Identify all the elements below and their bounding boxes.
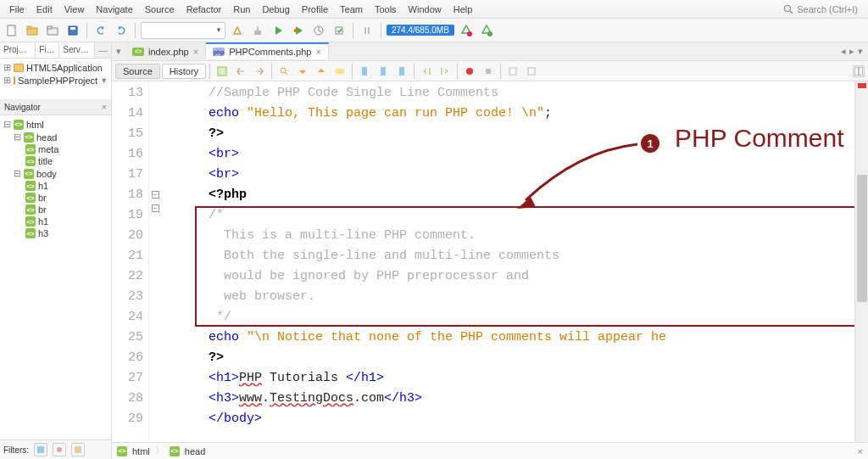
- shift-right-button[interactable]: [437, 63, 453, 80]
- tab-menu[interactable]: ▾: [858, 46, 863, 57]
- close-tab-button[interactable]: ×: [193, 47, 198, 57]
- gc-button-2[interactable]: [478, 22, 495, 39]
- next-bookmark-button[interactable]: [375, 63, 392, 80]
- close-tab-button[interactable]: ×: [315, 47, 320, 57]
- prev-bookmark-button[interactable]: [356, 63, 373, 80]
- debug-button[interactable]: [290, 22, 307, 39]
- split-editor-button[interactable]: [853, 65, 865, 77]
- menu-file[interactable]: File: [3, 3, 31, 16]
- tab-files[interactable]: Files: [36, 42, 59, 58]
- run-button[interactable]: [270, 22, 287, 39]
- macro-record-button[interactable]: [461, 63, 478, 80]
- find-prev-button[interactable]: [294, 63, 311, 80]
- tab-scroll-left[interactable]: ◂: [841, 46, 846, 57]
- menu-help[interactable]: Help: [448, 3, 479, 16]
- profile-button[interactable]: [310, 22, 327, 39]
- menu-debug[interactable]: Debug: [256, 3, 295, 16]
- menu-profile[interactable]: Profile: [296, 3, 334, 16]
- nav-node[interactable]: ⊟<>head: [2, 131, 109, 143]
- svg-rect-22: [37, 446, 44, 453]
- shift-left-button[interactable]: [418, 63, 435, 80]
- annotation-box: [195, 206, 865, 327]
- error-marker[interactable]: [858, 83, 866, 88]
- filter-inherited-button[interactable]: [71, 443, 85, 456]
- uncomment-button[interactable]: [523, 63, 540, 80]
- search-box[interactable]: Search (Ctrl+I): [783, 4, 865, 14]
- svg-point-0: [785, 5, 791, 11]
- nav-node[interactable]: <>meta: [2, 143, 109, 155]
- history-view-button[interactable]: History: [162, 64, 206, 79]
- navigator-close-button[interactable]: ×: [102, 102, 107, 112]
- redo-button[interactable]: [113, 22, 130, 39]
- config-dropdown[interactable]: ▼: [141, 22, 225, 39]
- toggle-bookmark-button[interactable]: [393, 63, 410, 80]
- nav-node[interactable]: <>br: [2, 204, 109, 216]
- svg-rect-31: [362, 67, 367, 76]
- open-button[interactable]: [44, 22, 61, 39]
- new-file-button[interactable]: [3, 22, 20, 39]
- project-node[interactable]: SamplePHPProject: [18, 76, 97, 86]
- build-button[interactable]: [229, 22, 246, 39]
- toggle-highlight-button[interactable]: [331, 63, 348, 80]
- back-button[interactable]: [232, 63, 249, 80]
- menu-source[interactable]: Source: [139, 3, 181, 16]
- navigator-tree[interactable]: ⊟<>html ⊟<>head<>meta<>title⊟<>body<>h1<…: [0, 115, 111, 439]
- find-selection-button[interactable]: [275, 63, 292, 80]
- menu-view[interactable]: View: [58, 3, 91, 16]
- find-next-button[interactable]: [313, 63, 330, 80]
- breadcrumb-close[interactable]: ×: [858, 446, 863, 456]
- test-button[interactable]: [331, 22, 348, 39]
- scrollbar-thumb[interactable]: [857, 175, 867, 302]
- memory-usage[interactable]: 274.4/685.0MB: [387, 25, 454, 36]
- menu-window[interactable]: Window: [403, 3, 448, 16]
- clean-build-button[interactable]: [249, 22, 266, 39]
- menu-edit[interactable]: Edit: [31, 3, 58, 16]
- breadcrumb-item[interactable]: head: [185, 446, 205, 456]
- nav-node[interactable]: <>title: [2, 155, 109, 167]
- separator: [352, 64, 353, 79]
- menu-team[interactable]: Team: [334, 3, 369, 16]
- menu-navigate[interactable]: Navigate: [90, 3, 138, 16]
- annotation-label: PHP Comment: [675, 124, 844, 153]
- line-number-gutter: 1314151617181920212223242526272829: [112, 81, 149, 442]
- save-all-button[interactable]: [64, 22, 81, 39]
- nav-node[interactable]: ⊟<>body: [2, 167, 109, 180]
- code-editor[interactable]: 1314151617181920212223242526272829 −− //…: [112, 81, 868, 442]
- panel-collapse-button[interactable]: —: [95, 42, 111, 58]
- filter-fields-button[interactable]: [34, 443, 47, 456]
- fold-gutter[interactable]: −−: [149, 81, 161, 442]
- filter-static-button[interactable]: [53, 443, 66, 456]
- breadcrumb-item[interactable]: html: [132, 446, 150, 456]
- macro-stop-button[interactable]: [480, 63, 497, 80]
- menu-tools[interactable]: Tools: [369, 3, 403, 16]
- tab-list-button[interactable]: ▾: [112, 46, 125, 57]
- nav-node[interactable]: <>br: [2, 192, 109, 204]
- menu-refactor[interactable]: Refactor: [181, 3, 228, 16]
- undo-button[interactable]: [92, 22, 109, 39]
- forward-button[interactable]: [251, 63, 268, 80]
- nav-node[interactable]: <>h1: [2, 180, 109, 192]
- nav-node[interactable]: html: [26, 120, 44, 130]
- new-project-button[interactable]: [24, 22, 41, 39]
- comment-button[interactable]: [504, 63, 521, 80]
- vertical-scrollbar[interactable]: [854, 81, 868, 442]
- nav-node[interactable]: <>h1: [2, 216, 109, 227]
- file-tab[interactable]: <>index.php×: [125, 43, 206, 59]
- tab-services[interactable]: Servic...: [59, 42, 95, 58]
- project-node[interactable]: HTML5Application: [26, 63, 103, 73]
- nav-node[interactable]: <>h3: [2, 227, 109, 239]
- svg-point-20: [467, 31, 472, 36]
- svg-line-27: [285, 72, 287, 75]
- file-tab[interactable]: phpPHPComments.php×: [206, 42, 329, 59]
- tab-scroll-right[interactable]: ▸: [849, 46, 854, 57]
- gc-button-1[interactable]: [458, 22, 475, 39]
- pause-button[interactable]: [359, 22, 376, 39]
- separator: [135, 23, 136, 38]
- last-edit-button[interactable]: [214, 63, 231, 80]
- folder-icon: [14, 76, 15, 85]
- source-view-button[interactable]: Source: [115, 64, 160, 79]
- side-panel: Projec... Files Servic... — ⊞HTML5Applic…: [0, 42, 112, 459]
- files-tree[interactable]: ⊞HTML5Application ⊞SamplePHPProject▼: [0, 59, 111, 99]
- tab-projects[interactable]: Projec...: [0, 42, 36, 58]
- menu-run[interactable]: Run: [227, 3, 256, 16]
